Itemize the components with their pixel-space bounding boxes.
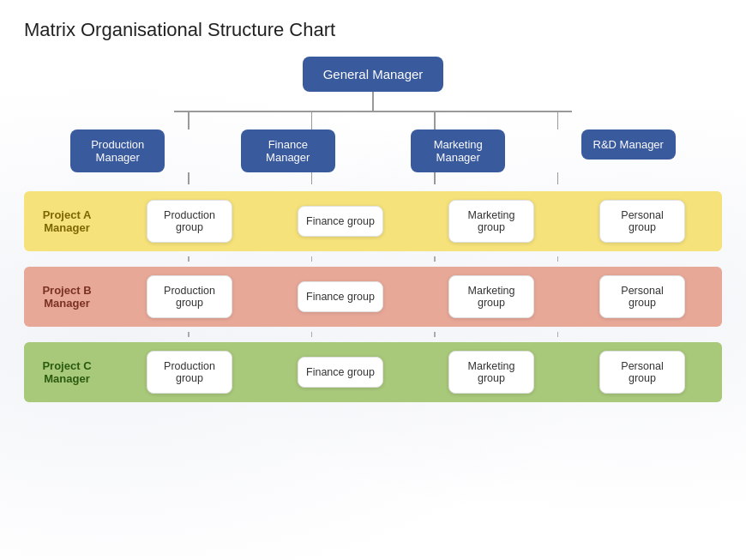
down-ticks-row — [127, 112, 619, 129]
h-connector-bar — [174, 111, 572, 112]
project-a-finance-cell: Finance group — [298, 206, 383, 237]
project-c-cells: Productiongroup Finance group Marketingg… — [110, 342, 722, 402]
m-tick-4 — [557, 172, 559, 184]
project-c-production-cell: Productiongroup — [147, 351, 232, 394]
project-b-marketing-cell: Marketinggroup — [448, 275, 534, 318]
manager-col-rd: R&D Manager — [577, 129, 680, 172]
project-a-cells: Productiongroup Finance group Marketingg… — [110, 191, 722, 251]
general-manager-node: General Manager — [303, 57, 444, 92]
row-tick-ab-1 — [188, 256, 190, 262]
rd-manager-node: R&D Manager — [581, 129, 676, 160]
main-container: Matrix Organisational Structure Chart Ge… — [0, 0, 746, 560]
project-a-label: Project AManager — [24, 191, 110, 251]
project-b-finance-cell: Finance group — [298, 281, 383, 312]
tick-4 — [557, 112, 559, 129]
tick-2 — [311, 112, 313, 129]
tick-1 — [188, 112, 190, 129]
project-c-row: Project CManager Productiongroup Finance… — [24, 342, 722, 402]
m-tick-3 — [434, 172, 436, 184]
top-vertical-line — [372, 92, 374, 111]
row-tick-ab-4 — [557, 256, 559, 262]
horizontal-line — [174, 111, 572, 112]
top-vline-container — [24, 92, 722, 111]
manager-col-production: ProductionManager — [66, 129, 169, 172]
manager-col-marketing: MarketingManager — [406, 129, 509, 172]
project-b-production-cell: Productiongroup — [147, 275, 232, 318]
m-tick-1 — [188, 172, 190, 184]
project-a-production-cell: Productiongroup — [147, 200, 232, 243]
tick-3 — [434, 112, 436, 129]
row-tick-bc-1 — [188, 332, 190, 337]
finance-manager-node: FinanceManager — [241, 129, 335, 172]
project-c-personal-cell: Personalgroup — [599, 351, 685, 394]
manager-to-project-ticks — [127, 172, 619, 184]
marketing-manager-node: MarketingManager — [411, 129, 505, 172]
project-b-row: Project BManager Productiongroup Finance… — [24, 267, 722, 327]
project-b-cells: Productiongroup Finance group Marketingg… — [110, 267, 722, 327]
project-c-finance-cell: Finance group — [298, 357, 383, 388]
manager-col-finance: FinanceManager — [237, 129, 340, 172]
row-tick-ab-2 — [311, 256, 313, 262]
project-a-marketing-cell: Marketinggroup — [448, 200, 534, 243]
top-node-row: General Manager — [24, 57, 722, 92]
managers-row: ProductionManager FinanceManager Marketi… — [24, 129, 722, 172]
org-chart: General Manager ProductionManager Financ… — [24, 57, 722, 402]
project-a-row: Project AManager Productiongroup Finance… — [24, 191, 722, 251]
projects-area: Project AManager Productiongroup Finance… — [24, 191, 722, 402]
row-tick-bc-4 — [557, 332, 559, 337]
row-tick-bc-3 — [434, 332, 436, 337]
project-b-personal-cell: Personalgroup — [599, 275, 685, 318]
row-connector-ab — [127, 256, 619, 262]
row-tick-bc-2 — [311, 332, 313, 337]
project-b-label: Project BManager — [24, 267, 110, 327]
production-manager-node: ProductionManager — [70, 129, 165, 172]
project-a-personal-cell: Personalgroup — [599, 200, 685, 243]
project-c-marketing-cell: Marketinggroup — [448, 351, 534, 394]
m-tick-2 — [311, 172, 313, 184]
general-manager-label: General Manager — [323, 67, 424, 81]
row-connector-bc — [127, 332, 619, 337]
project-c-label: Project CManager — [24, 342, 110, 402]
row-tick-ab-3 — [434, 256, 436, 262]
page-title: Matrix Organisational Structure Chart — [24, 19, 722, 41]
